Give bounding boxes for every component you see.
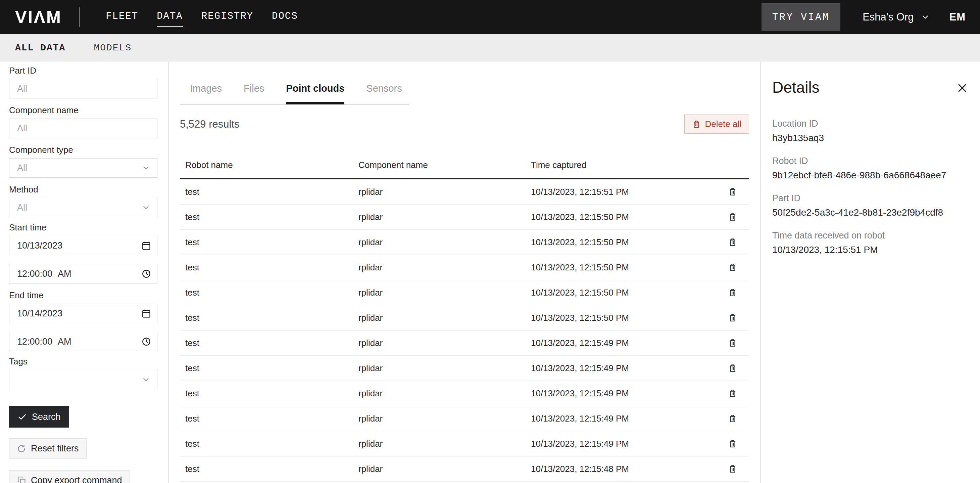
cell-component-name: rplidar	[353, 287, 526, 298]
copy-export-button[interactable]: Copy export command	[9, 470, 130, 483]
table-row[interactable]: test rplidar 10/13/2023, 12:15:48 PM	[180, 456, 749, 481]
details-field-label: Robot ID	[772, 156, 968, 166]
user-avatar[interactable]: EM	[950, 11, 966, 23]
nav-item-docs[interactable]: DOCS	[272, 7, 298, 27]
main-panel: ImagesFilesPoint cloudsSensors 5,529 res…	[169, 61, 760, 483]
table-row[interactable]: test rplidar 10/13/2023, 12:15:51 PM	[180, 179, 749, 204]
cell-component-name: rplidar	[353, 439, 526, 449]
delete-all-label: Delete all	[705, 119, 741, 129]
try-viam-button[interactable]: TRY VIAM	[762, 3, 840, 31]
chevron-down-icon	[921, 13, 930, 22]
details-field-part-id: Part ID 50f25de2-5a3c-41e2-8b81-23e2f9b4…	[772, 193, 968, 218]
trash-icon	[728, 187, 737, 196]
details-title: Details	[772, 78, 968, 96]
calendar-icon[interactable]	[141, 241, 151, 250]
refresh-icon	[17, 444, 26, 453]
delete-row-button[interactable]	[728, 238, 737, 247]
nav-item-fleet[interactable]: FLEET	[106, 7, 138, 27]
trash-icon	[728, 439, 737, 448]
cell-component-name: rplidar	[353, 187, 526, 197]
end-time-input[interactable]	[9, 332, 158, 351]
cell-component-name: rplidar	[353, 212, 526, 222]
search-button[interactable]: Search	[9, 406, 69, 427]
trash-icon	[728, 213, 737, 222]
part-id-input[interactable]	[9, 79, 158, 99]
delete-row-button[interactable]	[728, 288, 737, 297]
trash-icon	[728, 313, 737, 322]
cell-time-captured: 10/13/2023, 12:15:48 PM	[526, 464, 720, 474]
subnav-tab-models[interactable]: MODELS	[94, 43, 132, 53]
cell-robot-name: test	[180, 338, 353, 348]
cell-time-captured: 10/13/2023, 12:15:50 PM	[526, 237, 720, 247]
subnav-tab-all-data[interactable]: ALL DATA	[15, 43, 65, 53]
trash-icon	[728, 288, 737, 297]
cell-robot-name: test	[180, 388, 353, 399]
tab-images[interactable]: Images	[190, 83, 222, 104]
pointcloud-table: Robot nameComponent nameTime captured te…	[180, 155, 749, 483]
table-row[interactable]: test rplidar 10/13/2023, 12:15:50 PM	[180, 305, 749, 330]
trash-icon	[728, 364, 737, 373]
close-icon[interactable]	[956, 82, 968, 94]
tags-select[interactable]	[9, 370, 158, 389]
delete-row-button[interactable]	[728, 414, 737, 423]
table-row[interactable]: test rplidar 10/13/2023, 12:15:49 PM	[180, 431, 749, 456]
tags-label: Tags	[9, 356, 158, 367]
cell-time-captured: 10/13/2023, 12:15:49 PM	[526, 388, 720, 399]
trash-icon	[728, 263, 737, 272]
details-fields: Location ID h3yb135aq3 Robot ID 9b12ebcf…	[772, 119, 968, 255]
start-date-input[interactable]	[9, 236, 158, 255]
cell-time-captured: 10/13/2023, 12:15:50 PM	[526, 212, 720, 222]
delete-row-button[interactable]	[728, 313, 737, 322]
table-row[interactable]: test rplidar 10/13/2023, 12:15:49 PM	[180, 356, 749, 381]
table-row[interactable]: test rplidar 10/13/2023, 12:15:50 PM	[180, 204, 749, 230]
delete-row-button[interactable]	[728, 389, 737, 398]
start-time-input[interactable]	[9, 264, 158, 284]
clock-icon[interactable]	[141, 269, 151, 279]
delete-row-button[interactable]	[728, 213, 737, 222]
nav-item-registry[interactable]: REGISTRY	[201, 7, 253, 27]
table-row[interactable]: test rplidar 10/13/2023, 12:15:50 PM	[180, 230, 749, 255]
clock-icon[interactable]	[141, 336, 151, 347]
details-panel: Details Location ID h3yb135aq3 Robot ID …	[760, 61, 980, 483]
delete-all-button[interactable]: Delete all	[684, 115, 749, 134]
tab-point-clouds[interactable]: Point clouds	[286, 83, 344, 104]
column-header-time-captured: Time captured	[526, 160, 720, 170]
nav-divider	[79, 7, 80, 27]
content: Part ID Component name Component type Al…	[0, 61, 980, 483]
cell-robot-name: test	[180, 413, 353, 424]
viam-logo[interactable]: VIΛM	[15, 7, 62, 27]
copy-export-label: Copy export command	[31, 475, 122, 483]
org-switcher[interactable]: Esha's Org	[862, 11, 930, 23]
method-value: All	[17, 202, 27, 213]
details-field-value: 9b12ebcf-bfe8-486e-988b-6a668648aee7	[772, 170, 968, 181]
trash-icon	[728, 339, 737, 347]
cell-time-captured: 10/13/2023, 12:15:50 PM	[526, 262, 720, 273]
details-field-time-data-received-on-robot: Time data received on robot 10/13/2023, …	[772, 230, 968, 255]
cell-time-captured: 10/13/2023, 12:15:51 PM	[526, 187, 720, 197]
calendar-icon[interactable]	[141, 308, 151, 319]
component-type-select[interactable]: All	[9, 158, 158, 178]
end-date-input[interactable]	[9, 304, 158, 323]
table-row[interactable]: test rplidar 10/13/2023, 12:15:48 PM	[180, 481, 749, 483]
nav-item-data[interactable]: DATA	[157, 7, 183, 27]
table-row[interactable]: test rplidar 10/13/2023, 12:15:50 PM	[180, 255, 749, 280]
table-row[interactable]: test rplidar 10/13/2023, 12:15:49 PM	[180, 330, 749, 356]
delete-row-button[interactable]	[728, 464, 737, 473]
trash-icon	[728, 464, 737, 473]
trash-icon	[692, 120, 701, 129]
table-row[interactable]: test rplidar 10/13/2023, 12:15:49 PM	[180, 406, 749, 431]
delete-row-button[interactable]	[728, 364, 737, 373]
details-field-label: Part ID	[772, 193, 968, 204]
table-row[interactable]: test rplidar 10/13/2023, 12:15:49 PM	[180, 381, 749, 406]
table-row[interactable]: test rplidar 10/13/2023, 12:15:50 PM	[180, 280, 749, 305]
component-name-input[interactable]	[9, 119, 158, 138]
delete-row-button[interactable]	[728, 439, 737, 448]
tab-files[interactable]: Files	[243, 83, 264, 104]
delete-row-button[interactable]	[728, 339, 737, 347]
method-select[interactable]: All	[9, 198, 158, 217]
delete-row-button[interactable]	[728, 263, 737, 272]
reset-filters-button[interactable]: Reset filters	[9, 438, 87, 459]
delete-row-button[interactable]	[728, 187, 737, 196]
tab-sensors[interactable]: Sensors	[366, 83, 402, 104]
column-header-component-name: Component name	[353, 160, 526, 170]
